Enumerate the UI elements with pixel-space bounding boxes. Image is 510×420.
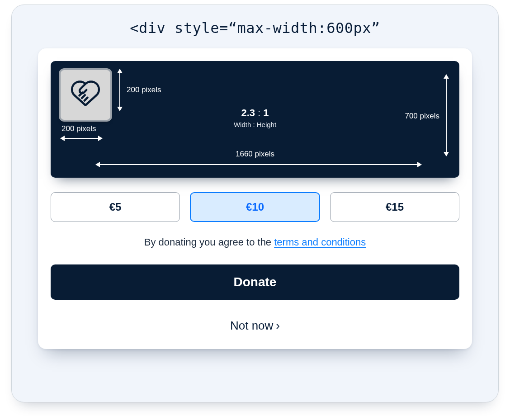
ratio-caption: Width : Height: [234, 121, 276, 128]
amount-options: €5 €10 €15: [51, 192, 459, 222]
ratio-height: 1: [263, 107, 269, 118]
dimension-arrow-vertical: [119, 69, 120, 111]
terms-prefix: By donating you agree to the: [144, 236, 274, 248]
dimension-arrow-vertical: [446, 75, 447, 156]
dimension-label: 200 pixels: [127, 85, 161, 94]
terms-link[interactable]: terms and conditions: [274, 236, 366, 248]
amount-option-15[interactable]: €15: [330, 192, 459, 222]
chevron-right-icon: ›: [276, 319, 280, 332]
brand-banner: 200 pixels 200 pixels 2.3 : 1 Width : He…: [51, 61, 459, 178]
brand-logo: [59, 68, 112, 122]
terms-line: By donating you agree to the terms and c…: [51, 236, 459, 248]
amount-option-10[interactable]: €10: [190, 192, 320, 222]
amount-option-5[interactable]: €5: [51, 192, 180, 222]
dimension-label: 200 pixels: [61, 124, 96, 133]
example-frame: <div style=“max-width:600px” 200 pixels: [11, 5, 499, 402]
handshake-heart-icon: [69, 78, 102, 112]
dimension-label: 700 pixels: [405, 112, 439, 121]
dimension-arrow-horizontal: [61, 138, 102, 139]
not-now-label: Not now: [230, 319, 273, 332]
aspect-ratio: 2.3 : 1 Width : Height: [234, 107, 276, 128]
dimension-arrow-horizontal: [96, 164, 421, 165]
code-caption: <div style=“max-width:600px”: [130, 19, 380, 37]
dimension-label: 1660 pixels: [236, 150, 274, 159]
ratio-width: 2.3: [241, 107, 255, 118]
donation-card: 200 pixels 200 pixels 2.3 : 1 Width : He…: [38, 48, 472, 349]
not-now-link[interactable]: Not now›: [51, 319, 459, 333]
ratio-separator: :: [258, 107, 260, 118]
donate-button[interactable]: Donate: [51, 264, 459, 300]
